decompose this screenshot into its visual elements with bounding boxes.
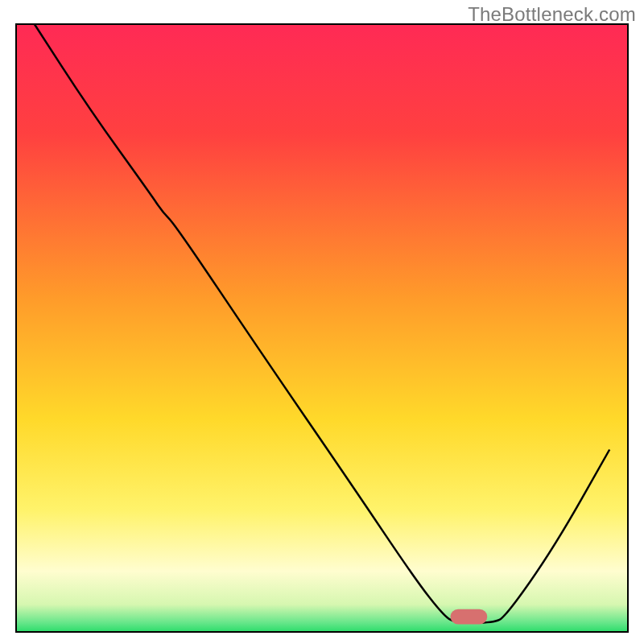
optimal-marker (451, 609, 488, 625)
gradient-background (16, 24, 628, 632)
watermark-text: TheBottleneck.com (468, 3, 636, 26)
plot-area (16, 24, 628, 632)
chart-container: TheBottleneck.com (0, 0, 644, 644)
bottleneck-chart (0, 0, 644, 644)
